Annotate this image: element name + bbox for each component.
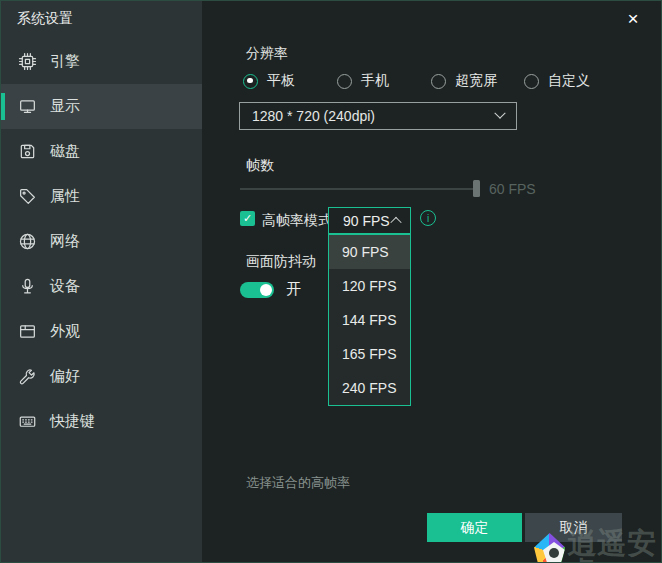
close-icon[interactable]: × [619, 5, 647, 33]
tag-icon [18, 187, 37, 206]
framerate-label: 帧数 [246, 157, 274, 175]
info-icon[interactable]: i [420, 210, 436, 226]
radio-label: 超宽屏 [455, 72, 497, 90]
sidebar-nav: 引擎 显示 磁盘 属性 [1, 39, 202, 444]
microphone-icon [18, 277, 37, 296]
sidebar-item-preferences[interactable]: 偏好 [1, 354, 202, 399]
resolution-select-value: 1280 * 720 (240dpi) [252, 108, 375, 124]
sidebar-item-label: 磁盘 [50, 142, 80, 161]
wrench-icon [18, 367, 37, 386]
sidebar-item-label: 设备 [50, 277, 80, 296]
sidebar-item-display[interactable]: 显示 [1, 84, 202, 129]
disk-icon [18, 142, 37, 161]
monitor-icon [18, 97, 37, 116]
resolution-select[interactable]: 1280 * 720 (240dpi) [239, 102, 517, 130]
antishake-state: 开 [286, 280, 301, 299]
radio-dot [243, 74, 258, 89]
framerate-slider-track[interactable] [240, 188, 480, 190]
radio-phone[interactable]: 手机 [337, 72, 389, 90]
sidebar-item-network[interactable]: 网络 [1, 219, 202, 264]
sidebar: 系统设置 引擎 显示 磁盘 [1, 1, 202, 562]
chevron-up-icon [390, 216, 401, 227]
sidebar-item-label: 网络 [50, 232, 80, 251]
system-settings-dialog: 系统设置 引擎 显示 磁盘 [0, 0, 662, 563]
sidebar-item-engine[interactable]: 引擎 [1, 39, 202, 84]
radio-dot [524, 74, 539, 89]
fps-option-144[interactable]: 144 FPS [329, 303, 410, 337]
fps-option-120[interactable]: 120 FPS [329, 269, 410, 303]
sidebar-item-shortcuts[interactable]: 快捷键 [1, 399, 202, 444]
sidebar-item-disk[interactable]: 磁盘 [1, 129, 202, 174]
sidebar-item-device[interactable]: 设备 [1, 264, 202, 309]
framerate-slider-handle[interactable] [473, 180, 480, 197]
antishake-label: 画面防抖动 [246, 253, 316, 271]
footer-hint: 选择适合的高帧率 [246, 474, 350, 492]
sidebar-item-appearance[interactable]: 外观 [1, 309, 202, 354]
sidebar-item-label: 引擎 [50, 52, 80, 71]
fps-option-90[interactable]: 90 FPS [329, 235, 410, 269]
fps-option-165[interactable]: 165 FPS [329, 337, 410, 371]
framerate-slider-value: 60 FPS [489, 181, 536, 197]
chevron-down-icon [494, 108, 505, 119]
radio-dot [337, 74, 352, 89]
chip-icon [18, 52, 37, 71]
globe-icon [18, 232, 37, 251]
radio-label: 平板 [267, 72, 295, 90]
window-icon [18, 322, 37, 341]
sidebar-item-properties[interactable]: 属性 [1, 174, 202, 219]
radio-ultrawide[interactable]: 超宽屏 [431, 72, 497, 90]
antishake-toggle[interactable] [240, 282, 274, 298]
radio-tablet[interactable]: 平板 [243, 72, 295, 90]
fps-select-value: 90 FPS [343, 213, 390, 229]
window-title: 系统设置 [17, 10, 73, 28]
toggle-knob [260, 284, 272, 296]
fps-option-240[interactable]: 240 FPS [329, 371, 410, 405]
sidebar-item-label: 快捷键 [50, 412, 95, 431]
checkmark-icon: ✓ [243, 212, 252, 225]
high-framerate-label: 高帧率模式 [262, 212, 332, 230]
resolution-label: 分辨率 [246, 45, 288, 63]
sidebar-item-label: 偏好 [50, 367, 80, 386]
radio-custom[interactable]: 自定义 [524, 72, 590, 90]
cancel-button[interactable]: 取消 [525, 513, 622, 542]
radio-label: 自定义 [548, 72, 590, 90]
sidebar-item-label: 属性 [50, 187, 80, 206]
keyboard-icon [18, 412, 37, 431]
fps-dropdown-list: 90 FPS 120 FPS 144 FPS 165 FPS 240 FPS [328, 234, 411, 406]
sidebar-item-label: 外观 [50, 322, 80, 341]
fps-select[interactable]: 90 FPS [328, 207, 411, 234]
radio-label: 手机 [361, 72, 389, 90]
radio-dot [431, 74, 446, 89]
ok-button[interactable]: 确定 [427, 513, 522, 542]
sidebar-item-label: 显示 [50, 97, 80, 116]
high-framerate-checkbox[interactable]: ✓ [240, 211, 255, 226]
